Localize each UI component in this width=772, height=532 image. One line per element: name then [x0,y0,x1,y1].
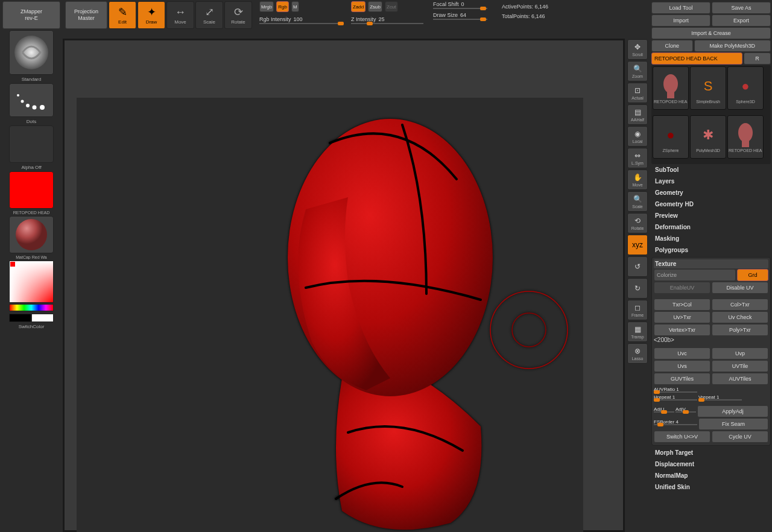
brush-thumbnail[interactable] [9,30,54,75]
adjv-slider[interactable]: AdjV [676,405,696,413]
uvtxr-button[interactable]: Uv>Txr [654,311,710,323]
import-crease-button[interactable]: Import & Crease [651,27,771,39]
zmapper-button[interactable]: ZMapper rev-E [2,1,60,29]
zadd-button[interactable]: Zadd [351,1,365,12]
section-normalmap[interactable]: NormalMap [651,470,771,481]
rgb-intensity-slider[interactable] [259,23,344,24]
section-morph-target[interactable]: Morph Target [651,447,771,458]
projection-master-button[interactable]: Projection Master [65,1,107,29]
grd-button[interactable]: Grd [737,269,768,281]
transp-button[interactable]: ▦Transp [627,321,648,342]
swatch-white[interactable] [31,314,54,322]
swatch-black[interactable] [9,314,31,322]
colorize-button[interactable]: Colorize [654,269,736,281]
section-deformation[interactable]: Deformation [651,221,771,233]
adju-slider[interactable]: AdjU [654,405,674,413]
r-button[interactable]: R [744,52,771,65]
rotate-button[interactable]: ⟲Rotate [627,213,648,233]
vrepeat-slider[interactable]: Vrepeat 1 [698,393,742,401]
load-tool-button[interactable]: Load Tool [651,2,710,14]
section-polygroups[interactable]: Polygroups [651,244,771,256]
spin-button[interactable]: ↺ [627,256,648,277]
viewport[interactable] [64,40,624,531]
clone-button[interactable]: Clone [651,40,693,52]
local-button[interactable]: ◉Local [627,126,648,147]
local-icon: ◉ [633,129,642,139]
uvtile-button[interactable]: UVTile [712,360,768,372]
uvs-button[interactable]: Uvs [654,360,710,372]
zsub-button[interactable]: Zsub [368,1,382,12]
make-polymesh-button[interactable]: Make PolyMesh3D [694,40,771,52]
rgb-button[interactable]: Rgb [276,1,289,12]
section-geometry-hd[interactable]: Geometry HD [651,198,771,210]
tool-thumb-polymesh3d[interactable]: ✱PolyMesh3D [690,115,726,159]
hand-button[interactable]: ✋Move [627,169,648,190]
current-tool-display[interactable]: RETOPOED HEAD BACK [651,52,742,65]
focal-shift-slider[interactable] [433,8,487,9]
uvc-button[interactable]: Uvc [654,347,710,359]
tool-thumb-retopoed-head[interactable]: RETOPOED HEAD [653,66,689,110]
edit-button[interactable]: ✎Edit [109,1,136,29]
draw-button[interactable]: ✦Draw [138,1,165,29]
draw-size-slider[interactable] [433,19,487,20]
zoom-button[interactable]: 🔍Zoom [627,61,648,81]
fsborder-slider[interactable]: FSBorder 4 [654,418,697,425]
section-layers[interactable]: Layers [651,176,771,187]
uvcheck-button[interactable]: Uv Check [712,311,768,323]
polytxr-button[interactable]: Poly>Txr [712,324,768,336]
section-subtool[interactable]: SubTool [651,164,771,176]
magnify-button[interactable]: 🔍Scale [627,191,648,212]
tool-thumb-simplebrush[interactable]: SSimpleBrush [690,66,726,110]
section-preview[interactable]: Preview [651,210,771,221]
hue-slider[interactable] [9,304,54,311]
lsym-button[interactable]: ⇔L.Sym [627,148,648,168]
aahalf-button[interactable]: ▤AAHalf [627,104,648,125]
alpha-thumbnail[interactable] [9,125,54,163]
cube-button[interactable]: ◻Frame [627,300,648,320]
tool-thumb-zsphere[interactable]: ●ZSphere [653,115,689,159]
texture-section-header[interactable]: Texture [654,259,768,268]
import-button[interactable]: Import [651,14,710,27]
tool-thumb-label: RETOPOED HEAD [729,148,762,153]
spin2-button[interactable]: ↻ [627,278,648,299]
disableuv-button[interactable]: Disable UV [712,282,768,294]
switchcolor-button[interactable]: SwitchColor [19,324,45,329]
section-masking[interactable]: Masking [651,233,771,244]
hrepeat-slider[interactable]: Hrepeat 1 [654,393,697,401]
guvtiles-button[interactable]: GUVTiles [654,373,710,385]
auvtiles-button[interactable]: AUVTiles [712,373,768,385]
color-picker[interactable] [9,261,54,303]
move-button[interactable]: ↔Move [166,1,194,29]
export-button[interactable]: Export [712,14,771,27]
uvp-button[interactable]: Uvp [712,347,768,359]
scroll-button[interactable]: ✥Scroll [627,39,648,60]
fixseam-button[interactable]: Fix Seam [698,418,768,430]
tool-thumb-sphere3d[interactable]: ●Sphere3D [727,66,764,110]
texture-thumbnail[interactable] [9,171,54,209]
z-intensity-slider[interactable] [351,23,423,24]
tool-thumb-retopoed-head[interactable]: RETOPOED HEAD [727,115,764,159]
zcut-button[interactable]: Zcut [385,1,398,12]
section-displacement[interactable]: Displacement [651,458,771,470]
save-as-button[interactable]: Save As [712,2,771,14]
tool-thumb-label: Sphere3D [729,100,762,104]
switchuv-button[interactable]: Switch U<>V [654,431,710,443]
coltxr-button[interactable]: Col>Txr [712,299,768,311]
section-unified-skin[interactable]: Unified Skin [651,481,771,493]
lasso-button[interactable]: ⊗Lasso [627,343,648,364]
material-thumbnail[interactable] [9,216,54,253]
stroke-thumbnail[interactable] [9,83,54,117]
mrgb-button[interactable]: Mrgb [259,1,274,12]
auvratio-slider[interactable]: AUVRatio 1 [654,385,697,393]
txrcol-button[interactable]: Txr>Col [654,299,710,311]
xyz-button[interactable]: xyz [627,235,648,255]
enableuv-button[interactable]: EnableUV [654,282,710,294]
rotate-button[interactable]: ⟳Rotate [224,1,252,29]
applyadj-button[interactable]: ApplyAdj [697,405,768,417]
section-geometry[interactable]: Geometry [651,187,771,198]
vertextxr-button[interactable]: Vertex>Txr [654,324,710,336]
cycleuv-button[interactable]: Cycle UV [712,431,768,443]
actual-button[interactable]: ⊡Actual [627,83,648,103]
scale-button[interactable]: ⤢Scale [195,1,223,29]
m-button[interactable]: M [291,1,299,12]
